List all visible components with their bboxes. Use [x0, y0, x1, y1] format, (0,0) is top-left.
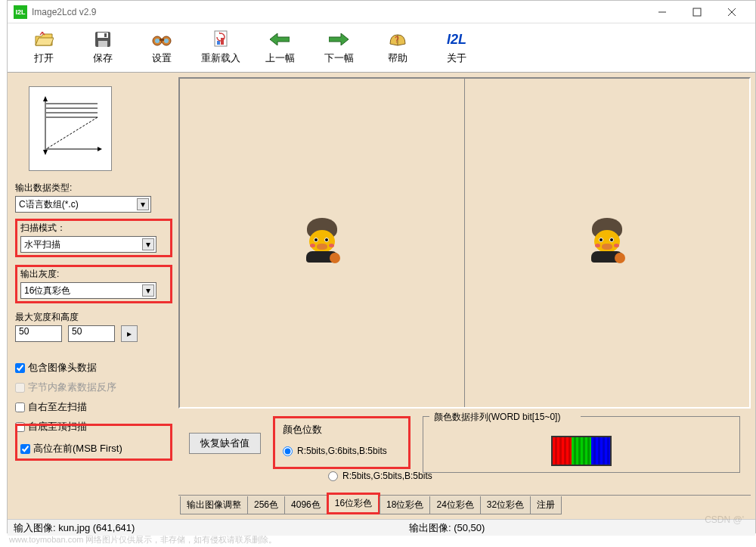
scan-mode-label: 扫描模式： [20, 222, 167, 235]
toolbar: 打开 保存 设置 重新载入 上一幅 下一幅 ? 帮助 I2L 关于 [8, 23, 755, 73]
reload-label: 重新载入 [201, 51, 240, 65]
scan-mode-combo[interactable]: 水平扫描 ▾ [20, 236, 156, 253]
open-label: 打开 [34, 51, 54, 65]
preview-area [178, 77, 751, 409]
checkbox-icon[interactable] [15, 402, 25, 412]
maximize-button[interactable] [680, 2, 714, 23]
output-gray-value: 16位真彩色 [24, 284, 70, 297]
output-type-combo[interactable]: C语言数组(*.c) ▾ [15, 196, 151, 213]
dropdown-arrow-icon: ▾ [142, 238, 154, 250]
svg-point-10 [155, 39, 160, 43]
rtl-label: 自右至左扫描 [28, 400, 87, 414]
binoculars-icon [152, 30, 172, 48]
output-type-group: 输出数据类型: C语言数组(*.c) ▾ [15, 182, 172, 213]
tab-256-color[interactable]: 256色 [247, 496, 285, 514]
tab-32bit-color[interactable]: 32位彩色 [480, 496, 531, 514]
include-header-checkbox[interactable]: 包含图像头数据 [15, 360, 172, 375]
status-input-info: 输入图像: kun.jpg (641,641) [14, 521, 409, 535]
byte-reverse-label: 字节内象素数据反序 [28, 381, 116, 394]
color-arrange-group: 颜色数据排列(WORD bit[15~0]) [423, 416, 740, 473]
book-icon: ? [389, 30, 407, 48]
color-mode-tabs: 输出图像调整 256色 4096色 16位彩色 18位彩色 24位彩色 32位彩… [178, 495, 751, 514]
about-button[interactable]: I2L 关于 [428, 26, 485, 69]
arrow-right-icon [329, 30, 349, 48]
arrow-left-icon [270, 30, 290, 48]
reload-icon [212, 30, 229, 48]
tab-18bit-color[interactable]: 18位彩色 [380, 496, 430, 514]
prev-button[interactable]: 上一幅 [251, 26, 308, 69]
settings-button[interactable]: 设置 [133, 26, 191, 69]
input-image-preview [303, 224, 341, 262]
output-image-preview [588, 224, 626, 262]
byte-reverse-checkbox: 字节内象素数据反序 [15, 380, 172, 395]
msb-label: 高位在前(MSB First) [33, 442, 122, 455]
msb-highlight: 高位在前(MSB First) [15, 424, 172, 461]
open-folder-icon [34, 30, 54, 48]
svg-line-21 [46, 117, 98, 149]
reload-button[interactable]: 重新载入 [192, 26, 249, 69]
help-button[interactable]: ? 帮助 [369, 26, 426, 69]
minimize-icon [658, 8, 667, 17]
scan-direction-diagram [29, 86, 112, 171]
scan-mode-value: 水平扫描 [24, 238, 60, 251]
checkbox-icon[interactable] [20, 444, 30, 454]
window-controls [645, 2, 749, 23]
save-disk-icon [94, 30, 111, 48]
prev-label: 上一幅 [265, 51, 295, 65]
checkbox-icon[interactable] [15, 363, 25, 373]
rgb-word-diagram [551, 436, 612, 466]
max-dims-group: 最大宽度和高度 50 50 ▸ [15, 311, 172, 342]
bottom-controls: 恢复缺省值 颜色位数 R:5bits,G:6bits,B:5bits R:5bi… [178, 409, 751, 514]
apply-dims-button[interactable]: ▸ [121, 325, 138, 342]
rgb555-radio[interactable]: R:5bits,G:5bits,B:5bits [328, 468, 432, 484]
right-to-left-checkbox[interactable]: 自右至左扫描 [15, 399, 172, 415]
color-arrange-title: 颜色数据排列(WORD bit[15~0]) [431, 412, 564, 422]
tab-4096-color[interactable]: 4096色 [284, 496, 327, 514]
svg-point-11 [164, 39, 169, 43]
restore-defaults-button[interactable]: 恢复缺省值 [189, 433, 261, 454]
close-icon [727, 8, 736, 17]
tab-register[interactable]: 注册 [530, 496, 562, 514]
left-panel: 输出数据类型: C语言数组(*.c) ▾ 扫描模式： 水平扫描 ▾ 输出灰度: … [12, 77, 175, 514]
settings-label: 设置 [152, 51, 172, 65]
watermark-text: www.toymoban.com 网络图片仅供展示，非存储，如有侵权请联系删除。 [9, 534, 277, 545]
rgb555-label: R:5bits,G:5bits,B:5bits [342, 471, 432, 481]
color-bits-group-highlight: 颜色位数 R:5bits,G:6bits,B:5bits [273, 416, 411, 469]
right-panel: 恢复缺省值 颜色位数 R:5bits,G:6bits,B:5bits R:5bi… [178, 77, 751, 514]
rgb565-radio[interactable]: R:5bits,G:6bits,B:5bits [283, 443, 387, 459]
next-label: 下一幅 [324, 51, 354, 65]
radio-icon[interactable] [328, 471, 338, 481]
msb-first-checkbox[interactable]: 高位在前(MSB First) [20, 441, 167, 456]
output-gray-combo[interactable]: 16位真彩色 ▾ [20, 282, 156, 299]
blue-bits-icon [591, 437, 610, 465]
minimize-button[interactable] [645, 2, 680, 23]
svg-rect-6 [98, 41, 107, 47]
titlebar: I2L Image2Lcd v2.9 [8, 1, 755, 23]
output-type-value: C语言数组(*.c) [19, 198, 79, 211]
app-window: I2L Image2Lcd v2.9 打开 保存 设置 [7, 0, 756, 533]
help-label: 帮助 [388, 51, 407, 65]
color-bits-title: 颜色位数 [283, 423, 387, 437]
about-label: 关于 [447, 51, 466, 65]
svg-text:?: ? [395, 36, 399, 44]
save-button[interactable]: 保存 [74, 26, 132, 69]
radio-icon[interactable] [283, 446, 293, 456]
svg-rect-12 [160, 39, 164, 41]
red-bits-icon [553, 437, 572, 465]
tab-output-adjust[interactable]: 输出图像调整 [180, 496, 248, 514]
output-gray-highlight: 输出灰度: 16位真彩色 ▾ [15, 265, 172, 303]
next-button[interactable]: 下一幅 [310, 26, 367, 69]
width-input[interactable]: 50 [15, 325, 62, 342]
dropdown-arrow-icon: ▾ [137, 198, 149, 210]
window-title: Image2Lcd v2.9 [32, 7, 645, 17]
output-gray-label: 输出灰度: [20, 268, 167, 281]
open-button[interactable]: 打开 [15, 26, 73, 69]
green-bits-icon [572, 437, 590, 465]
checkbox-icon [15, 383, 25, 393]
content-area: 输出数据类型: C语言数组(*.c) ▾ 扫描模式： 水平扫描 ▾ 输出灰度: … [8, 73, 755, 519]
tab-16bit-color[interactable]: 16位彩色 [327, 493, 380, 514]
tab-24bit-color[interactable]: 24位彩色 [429, 496, 480, 514]
close-button[interactable] [714, 2, 749, 23]
rgb565-label: R:5bits,G:6bits,B:5bits [297, 446, 387, 456]
height-input[interactable]: 50 [68, 325, 115, 342]
